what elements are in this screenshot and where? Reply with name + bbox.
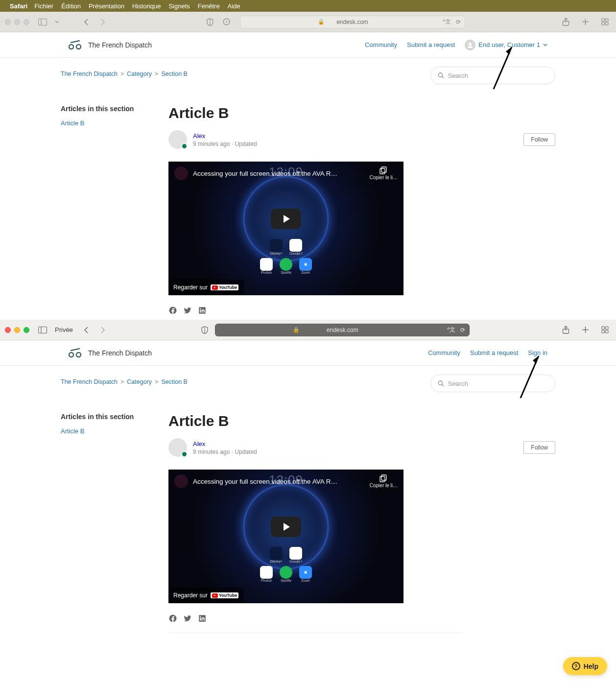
follow-button[interactable]: Follow xyxy=(523,441,555,454)
follow-button[interactable]: Follow xyxy=(523,133,555,146)
sidebar-article-link[interactable]: Article B xyxy=(61,427,154,435)
nav-community[interactable]: Community xyxy=(428,349,460,356)
svg-rect-10 xyxy=(602,23,605,25)
breadcrumb-category[interactable]: Category xyxy=(127,378,152,385)
new-tab-icon[interactable] xyxy=(579,325,592,335)
article-meta: Alex 9 minutes ago · Updated Follow xyxy=(168,130,555,149)
menu-edit[interactable]: Édition xyxy=(61,2,81,10)
nav-submit-request[interactable]: Submit a request xyxy=(407,41,455,48)
translate-icon[interactable]: ᴬ文 xyxy=(447,326,455,334)
breadcrumb-root[interactable]: The French Dispatch xyxy=(61,378,118,385)
forward-button-icon[interactable] xyxy=(96,325,109,335)
site-settings-icon[interactable] xyxy=(220,17,233,27)
user-name: End user, Customer 1 xyxy=(478,41,540,48)
search-input[interactable] xyxy=(448,72,548,79)
menu-window[interactable]: Fenêtre xyxy=(198,2,220,10)
menu-bookmarks[interactable]: Signets xyxy=(168,2,190,10)
close-window-icon[interactable] xyxy=(5,19,11,25)
nav-community[interactable]: Community xyxy=(365,41,397,48)
copy-link-button[interactable]: Copier le li… xyxy=(370,166,398,180)
share-row xyxy=(168,306,555,317)
close-window-icon[interactable] xyxy=(5,327,11,333)
linkedin-icon[interactable] xyxy=(198,306,207,317)
copy-link-button[interactable]: Copier le li… xyxy=(370,474,398,488)
twitter-icon[interactable] xyxy=(183,614,192,625)
channel-avatar-icon xyxy=(174,166,188,180)
article-updated: Updated xyxy=(235,141,257,147)
minimize-window-icon[interactable] xyxy=(14,327,20,333)
youtube-logo-icon: YouTube xyxy=(211,284,238,290)
menu-help[interactable]: Aide xyxy=(228,2,240,10)
back-button-icon[interactable] xyxy=(80,17,93,27)
zoom-window-icon[interactable] xyxy=(24,327,29,333)
svg-rect-31 xyxy=(381,475,386,480)
sidebar-toggle-icon[interactable] xyxy=(36,17,49,27)
tab-overview-icon[interactable] xyxy=(598,325,611,335)
breadcrumb-section[interactable]: Section B xyxy=(161,71,188,77)
breadcrumb-category[interactable]: Category xyxy=(127,71,152,77)
video-title: Accessing your full screen videos off th… xyxy=(193,478,365,485)
agent-badge-icon xyxy=(181,451,188,457)
translate-icon[interactable]: ᴬ⁠文 xyxy=(443,18,451,26)
site-header: The French Dispatch Community Submit a r… xyxy=(0,340,616,366)
svg-rect-9 xyxy=(605,19,608,22)
sidebar-toggle-icon[interactable] xyxy=(36,325,49,335)
privacy-shield-icon[interactable] xyxy=(198,325,211,335)
linkedin-icon[interactable] xyxy=(198,614,207,625)
twitter-icon[interactable] xyxy=(183,306,192,317)
facebook-icon[interactable] xyxy=(168,614,177,625)
address-bar[interactable]: 🔒 endesk.com ᴬ文 ⟳ xyxy=(215,324,470,336)
zoom-window-icon[interactable] xyxy=(24,19,29,25)
watch-on-youtube[interactable]: Regarder sur YouTube xyxy=(168,588,243,603)
facebook-icon[interactable] xyxy=(168,306,177,317)
embedded-video[interactable]: 12:09 Accessing your full screen videos … xyxy=(168,470,403,603)
brand-name[interactable]: The French Dispatch xyxy=(88,349,152,357)
lock-icon: 🔒 xyxy=(318,19,325,25)
embedded-video[interactable]: 12:09 Accessing your full screen videos … xyxy=(168,162,403,295)
share-icon[interactable] xyxy=(559,325,572,335)
chevron-down-icon xyxy=(543,43,547,47)
menu-history[interactable]: Historique xyxy=(132,2,161,10)
new-tab-icon[interactable] xyxy=(579,17,592,27)
brand-name[interactable]: The French Dispatch xyxy=(88,41,152,49)
search-input[interactable] xyxy=(448,380,548,387)
author-link[interactable]: Alex xyxy=(193,132,205,140)
menu-file[interactable]: Fichier xyxy=(34,2,53,10)
sidebar-heading: Articles in this section xyxy=(61,105,154,113)
watch-on-youtube[interactable]: Regarder sur YouTube xyxy=(168,280,243,295)
channel-avatar-icon xyxy=(174,474,188,488)
privacy-shield-icon[interactable] xyxy=(204,17,216,27)
breadcrumb-section[interactable]: Section B xyxy=(161,378,188,385)
video-title: Accessing your full screen videos off th… xyxy=(193,170,365,177)
forward-button-icon[interactable] xyxy=(96,17,109,27)
window-controls[interactable] xyxy=(5,19,29,25)
breadcrumb-root[interactable]: The French Dispatch xyxy=(61,71,118,77)
svg-rect-16 xyxy=(380,168,385,174)
tab-group-chevron-icon[interactable] xyxy=(50,17,63,27)
macos-menubar: Safari Fichier Édition Présentation Hist… xyxy=(0,0,616,12)
search-box[interactable] xyxy=(430,67,555,84)
app-name[interactable]: Safari xyxy=(10,2,27,10)
nav-sign-in[interactable]: Sign in xyxy=(528,349,547,356)
search-box[interactable] xyxy=(430,375,555,392)
user-menu[interactable]: End user, Customer 1 xyxy=(465,40,547,50)
minimize-window-icon[interactable] xyxy=(14,19,20,25)
nav-submit-request[interactable]: Submit a request xyxy=(470,349,518,356)
play-button-icon[interactable] xyxy=(271,517,301,537)
svg-rect-28 xyxy=(605,330,608,333)
play-button-icon[interactable] xyxy=(271,209,301,229)
window-controls[interactable] xyxy=(5,327,29,333)
author-link[interactable]: Alex xyxy=(193,440,205,448)
tab-overview-icon[interactable] xyxy=(598,17,611,27)
reload-icon[interactable]: ⟳ xyxy=(456,19,461,25)
reload-icon[interactable]: ⟳ xyxy=(460,327,465,333)
svg-rect-15 xyxy=(381,167,386,172)
brand-logo-icon[interactable] xyxy=(69,349,83,357)
back-button-icon[interactable] xyxy=(80,325,93,335)
brand-logo-icon[interactable] xyxy=(69,41,83,49)
share-icon[interactable] xyxy=(559,17,572,27)
private-mode-label: Privée xyxy=(55,326,73,333)
sidebar-article-link[interactable]: Article B xyxy=(61,119,154,127)
address-bar[interactable]: 🔒 endesk.com ᴬ⁠文 ⟳ xyxy=(240,16,465,28)
menu-view[interactable]: Présentation xyxy=(89,2,124,10)
